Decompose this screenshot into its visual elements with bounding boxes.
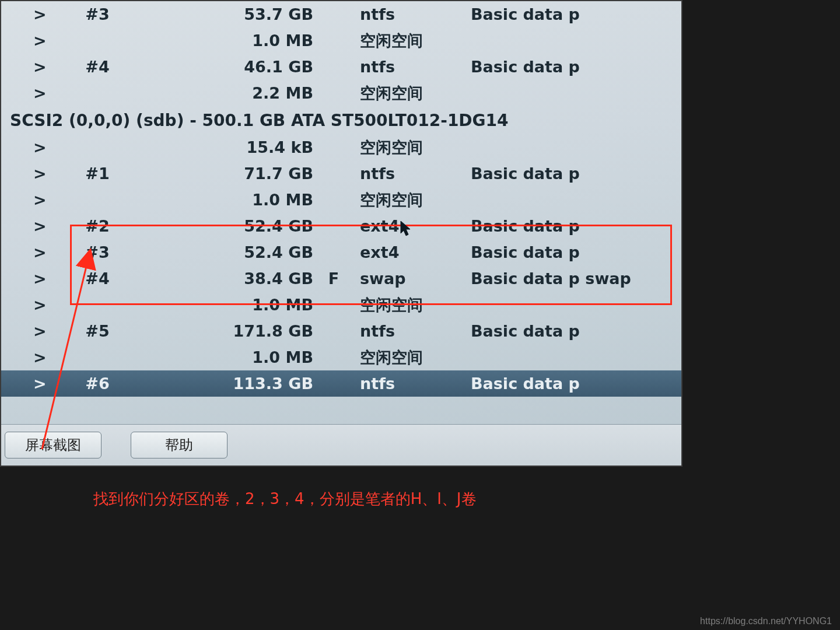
partition-size: 46.1 GB — [138, 54, 313, 80]
partition-fs: 空闲空间 — [354, 292, 471, 318]
partition-label: Basic data p — [471, 54, 681, 80]
chevron-right-icon: > — [33, 1, 57, 27]
partition-size: 71.7 GB — [138, 160, 313, 187]
partition-fs: 空闲空间 — [354, 27, 471, 54]
partition-size: 1.0 MB — [138, 27, 313, 54]
partition-fs: ntfs — [354, 54, 471, 80]
partition-fs: swap — [354, 265, 471, 292]
partition-row[interactable]: >1.0 MB空闲空间 — [1, 292, 681, 318]
partition-fs: ntfs — [354, 318, 471, 344]
partition-size: 38.4 GB — [138, 265, 313, 292]
chevron-right-icon: > — [33, 265, 57, 292]
partition-row[interactable]: >#252.4 GBext4Basic data p — [1, 213, 681, 239]
help-button[interactable]: 帮助 — [131, 432, 228, 459]
partition-row[interactable]: >#446.1 GBntfsBasic data p — [1, 54, 681, 80]
button-bar: 屏幕截图 帮助 — [1, 424, 681, 466]
partition-row[interactable]: >#171.7 GBntfsBasic data p — [1, 160, 681, 187]
partition-label: Basic data p — [471, 239, 681, 265]
watermark-text: https://blog.csdn.net/YYHONG1 — [700, 616, 832, 626]
partition-fs: 空闲空间 — [354, 134, 471, 160]
partition-fs: ntfs — [354, 370, 471, 397]
partition-row[interactable]: >#352.4 GBext4Basic data p — [1, 239, 681, 265]
partition-row[interactable]: >2.2 MB空闲空间 — [1, 80, 681, 106]
partition-fs: 空闲空间 — [354, 187, 471, 213]
partition-size: 52.4 GB — [138, 239, 313, 265]
partition-list: >#353.7 GBntfsBasic data p>1.0 MB空闲空间>#4… — [1, 1, 681, 397]
chevron-right-icon: > — [33, 187, 57, 213]
partition-fs: ntfs — [354, 160, 471, 187]
chevron-right-icon: > — [33, 54, 57, 80]
partition-number: #4 — [57, 265, 138, 292]
partition-size: 171.8 GB — [138, 318, 313, 344]
partition-fs: 空闲空间 — [354, 344, 471, 370]
partition-number: #5 — [57, 318, 138, 344]
chevron-right-icon: > — [33, 134, 57, 160]
partition-manager-screen: >#353.7 GBntfsBasic data p>1.0 MB空闲空间>#4… — [0, 0, 682, 467]
chevron-right-icon: > — [33, 213, 57, 239]
partition-row[interactable]: >15.4 kB空闲空间 — [1, 134, 681, 160]
partition-fs: ntfs — [354, 1, 471, 27]
partition-number: #3 — [57, 1, 138, 27]
chevron-right-icon: > — [33, 239, 57, 265]
partition-number: #2 — [57, 213, 138, 239]
partition-row[interactable]: >1.0 MB空闲空间 — [1, 187, 681, 213]
disk-header[interactable]: SCSI2 (0,0,0) (sdb) - 500.1 GB ATA ST500… — [1, 106, 681, 134]
partition-size: 1.0 MB — [138, 344, 313, 370]
partition-label: Basic data p — [471, 318, 681, 344]
partition-fs: ext4 — [354, 213, 471, 239]
partition-label: Basic data p — [471, 160, 681, 187]
partition-size: 52.4 GB — [138, 213, 313, 239]
partition-row[interactable]: >1.0 MB空闲空间 — [1, 27, 681, 54]
partition-label: Basic data p — [471, 1, 681, 27]
chevron-right-icon: > — [33, 160, 57, 187]
chevron-right-icon: > — [33, 292, 57, 318]
partition-flag: F — [313, 265, 354, 292]
partition-label: Basic data p — [471, 370, 681, 397]
partition-size: 1.0 MB — [138, 292, 313, 318]
partition-row[interactable]: >#353.7 GBntfsBasic data p — [1, 1, 681, 27]
chevron-right-icon: > — [33, 370, 57, 397]
partition-fs: 空闲空间 — [354, 80, 471, 106]
partition-number: #6 — [57, 370, 138, 397]
partition-number: #1 — [57, 160, 138, 187]
chevron-right-icon: > — [33, 80, 57, 106]
chevron-right-icon: > — [33, 344, 57, 370]
partition-size: 53.7 GB — [138, 1, 313, 27]
partition-row[interactable]: >1.0 MB空闲空间 — [1, 344, 681, 370]
partition-number: #4 — [57, 54, 138, 80]
screenshot-button[interactable]: 屏幕截图 — [5, 432, 102, 459]
partition-row[interactable]: >#5171.8 GBntfsBasic data p — [1, 318, 681, 344]
partition-label: Basic data p — [471, 213, 681, 239]
chevron-right-icon: > — [33, 27, 57, 54]
chevron-right-icon: > — [33, 318, 57, 344]
partition-row[interactable]: >#438.4 GBFswapBasic data p swap — [1, 265, 681, 292]
annotation-caption: 找到你们分好区的卷，2，3，4，分别是笔者的H、I、J卷 — [93, 489, 477, 509]
partition-size: 1.0 MB — [138, 187, 313, 213]
partition-size: 15.4 kB — [138, 134, 313, 160]
partition-fs: ext4 — [354, 239, 471, 265]
partition-size: 2.2 MB — [138, 80, 313, 106]
partition-number: #3 — [57, 239, 138, 265]
partition-row[interactable]: >#6113.3 GBntfsBasic data p — [1, 370, 681, 397]
partition-size: 113.3 GB — [138, 370, 313, 397]
partition-label: Basic data p swap — [471, 265, 681, 292]
